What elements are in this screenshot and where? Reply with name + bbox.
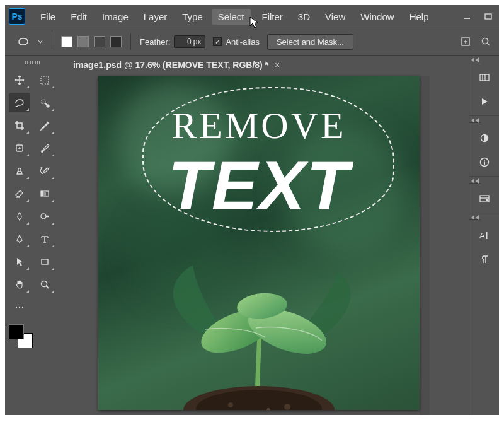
window-minimize[interactable]: [460, 11, 474, 21]
svg-point-22: [228, 402, 233, 407]
menu-bar: Ps File Edit Image Layer Type Select Fil…: [5, 5, 499, 28]
workspace-body: image1.psd @ 17.6% (REMOVE TEXT, RGB/8) …: [5, 56, 499, 415]
edit-toolbar-btn[interactable]: [9, 298, 30, 317]
menu-select[interactable]: Select: [212, 9, 251, 25]
search-icon[interactable]: [480, 36, 491, 47]
lasso-tool[interactable]: [9, 93, 30, 112]
add-selection-btn[interactable]: [77, 36, 89, 47]
tools-panel: [5, 56, 60, 415]
adjustments-panel-icon[interactable]: [477, 131, 492, 146]
properties-panel-icon[interactable]: [477, 155, 492, 170]
menu-file[interactable]: File: [34, 9, 62, 25]
document-tab-bar: image1.psd @ 17.6% (REMOVE TEXT, RGB/8) …: [60, 56, 469, 74]
svg-rect-0: [464, 18, 470, 19]
anti-alias-label: Anti-alias: [226, 37, 259, 47]
svg-rect-32: [486, 232, 488, 239]
quick-select-tool[interactable]: [34, 93, 55, 112]
artwork-text-line1: REMOVE: [98, 104, 420, 148]
selection-mode-group: [61, 36, 122, 47]
document-tab[interactable]: image1.psd @ 17.6% (REMOVE TEXT, RGB/8) …: [73, 60, 268, 70]
anti-alias-checkbox[interactable]: ✓: [213, 37, 222, 46]
window-restore[interactable]: [481, 11, 495, 21]
menu-image[interactable]: Image: [96, 9, 135, 25]
spot-heal-tool[interactable]: [9, 139, 30, 158]
svg-rect-12: [42, 259, 48, 264]
svg-point-7: [41, 150, 43, 153]
svg-rect-30: [486, 199, 488, 201]
vertical-scrollbar[interactable]: [420, 76, 430, 415]
photoshop-window: Ps File Edit Image Layer Type Select Fil…: [5, 5, 499, 415]
close-tab-icon[interactable]: ×: [275, 60, 280, 70]
zoom-tool[interactable]: [34, 275, 55, 294]
select-and-mask-button[interactable]: Select and Mask...: [267, 34, 353, 50]
history-brush-tool[interactable]: [34, 161, 55, 180]
svg-point-27: [484, 160, 485, 161]
move-tool[interactable]: [9, 71, 30, 90]
svg-point-16: [22, 307, 23, 308]
panel-collapse-icon[interactable]: [469, 118, 481, 123]
brush-tool[interactable]: [34, 139, 55, 158]
hand-tool[interactable]: [9, 275, 30, 294]
svg-rect-4: [41, 76, 49, 84]
chevron-down-icon[interactable]: [38, 40, 43, 44]
rectangle-tool[interactable]: [34, 252, 55, 271]
eyedropper-tool[interactable]: [34, 116, 55, 135]
svg-text:A: A: [479, 231, 485, 240]
active-tool-icon[interactable]: [16, 35, 30, 49]
svg-point-15: [19, 307, 20, 308]
marquee-tool[interactable]: [34, 71, 55, 90]
menu-type[interactable]: Type: [176, 9, 209, 25]
canvas[interactable]: REMOVE TEXT: [98, 76, 420, 410]
svg-point-14: [16, 307, 17, 308]
artwork-illustration: [98, 221, 420, 410]
character-panel-icon[interactable]: A: [477, 228, 492, 243]
anti-alias-control[interactable]: ✓ Anti-alias: [213, 37, 259, 47]
options-bar: Feather: 0 px ✓ Anti-alias Select and Ma…: [5, 28, 499, 56]
svg-rect-10: [43, 191, 46, 196]
menu-layer[interactable]: Layer: [137, 9, 174, 25]
artwork-text-line2: TEXT: [98, 145, 420, 225]
subtract-selection-btn[interactable]: [94, 36, 105, 47]
panel-collapse-icon[interactable]: [469, 215, 481, 220]
feather-control: Feather: 0 px: [140, 35, 205, 48]
path-select-tool[interactable]: [9, 252, 30, 271]
share-icon[interactable]: [460, 36, 471, 47]
new-selection-btn[interactable]: [61, 36, 72, 47]
intersect-selection-btn[interactable]: [110, 36, 122, 47]
blur-tool[interactable]: [9, 207, 30, 226]
document-area: image1.psd @ 17.6% (REMOVE TEXT, RGB/8) …: [60, 56, 469, 415]
menu-edit[interactable]: Edit: [64, 9, 93, 25]
feather-value: 0: [187, 37, 192, 46]
clone-stamp-tool[interactable]: [9, 161, 30, 180]
svg-rect-28: [484, 162, 485, 165]
crop-tool[interactable]: [9, 116, 30, 135]
panel-collapse-icon[interactable]: [469, 57, 481, 62]
gradient-tool[interactable]: [34, 184, 55, 203]
svg-point-5: [42, 100, 46, 104]
svg-point-13: [42, 281, 47, 287]
color-swatches[interactable]: [9, 324, 33, 348]
menu-view[interactable]: View: [319, 9, 352, 25]
svg-rect-1: [485, 14, 491, 19]
panel-grip[interactable]: [9, 61, 57, 67]
feather-input[interactable]: 0 px: [174, 35, 205, 48]
feather-label: Feather:: [140, 37, 170, 47]
actions-panel-icon[interactable]: [477, 94, 492, 109]
right-panel-rail: A: [469, 56, 499, 415]
menu-window[interactable]: Window: [354, 9, 400, 25]
feather-unit: px: [193, 37, 202, 46]
panel-collapse-icon[interactable]: [469, 178, 481, 184]
history-panel-icon[interactable]: [477, 70, 492, 85]
pen-tool[interactable]: [9, 230, 30, 249]
foreground-color-swatch[interactable]: [9, 324, 24, 339]
app-logo[interactable]: Ps: [9, 8, 25, 25]
menu-filter[interactable]: Filter: [256, 9, 289, 25]
paragraph-panel-icon[interactable]: [477, 252, 492, 267]
type-tool[interactable]: [34, 230, 55, 249]
menu-3d[interactable]: 3D: [292, 9, 316, 25]
eraser-tool[interactable]: [9, 184, 30, 203]
libraries-panel-icon[interactable]: [477, 191, 492, 206]
svg-point-11: [41, 214, 46, 219]
dodge-tool[interactable]: [34, 207, 55, 226]
menu-help[interactable]: Help: [403, 9, 435, 25]
